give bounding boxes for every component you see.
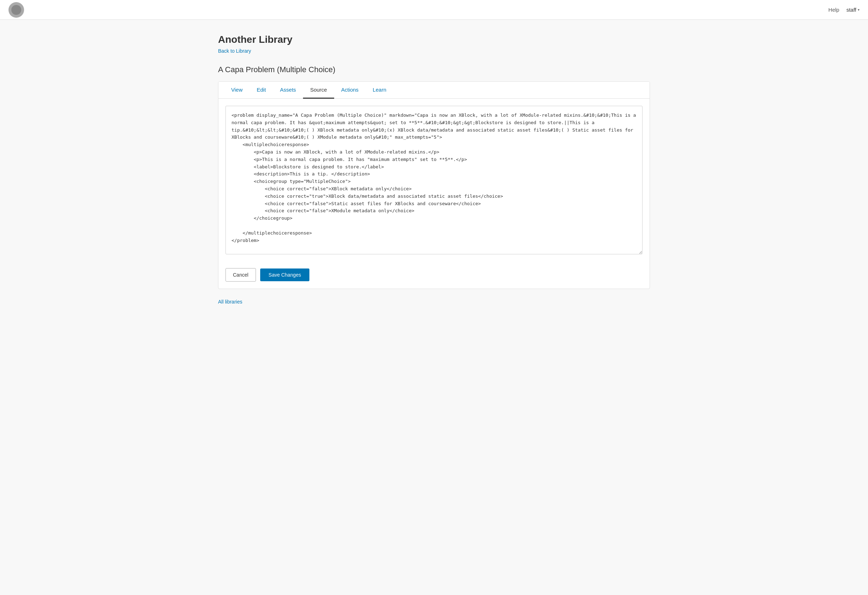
action-bar: Cancel Save Changes [218,262,650,289]
help-link[interactable]: Help [828,7,839,13]
all-libraries-link[interactable]: All libraries [218,299,242,305]
tab-source[interactable]: Source [303,82,334,99]
chevron-down-icon: ▾ [858,8,859,12]
cancel-button[interactable]: Cancel [226,268,256,281]
tab-actions[interactable]: Actions [334,82,366,99]
main-content: Another Library Back to Library A Capa P… [204,20,664,319]
topnav-right: Help staff ▾ [828,7,859,13]
back-to-library-link[interactable]: Back to Library [218,48,251,54]
content-card: View Edit Assets Source Actions Learn Ca… [218,81,650,289]
tab-bar: View Edit Assets Source Actions Learn [218,82,650,99]
logo[interactable] [9,2,24,18]
staff-label: staff [846,7,856,13]
tab-edit[interactable]: Edit [249,82,273,99]
library-title: Another Library [218,34,650,45]
topnav: Help staff ▾ [0,0,868,20]
source-area [218,99,650,262]
tab-assets[interactable]: Assets [273,82,303,99]
tab-learn[interactable]: Learn [366,82,393,99]
logo-inner [11,5,21,15]
staff-menu[interactable]: staff ▾ [846,7,859,13]
problem-title: A Capa Problem (Multiple Choice) [218,65,650,74]
source-editor[interactable] [226,106,642,254]
save-changes-button[interactable]: Save Changes [260,268,310,281]
tab-view[interactable]: View [224,82,249,99]
footer: All libraries [218,299,650,305]
